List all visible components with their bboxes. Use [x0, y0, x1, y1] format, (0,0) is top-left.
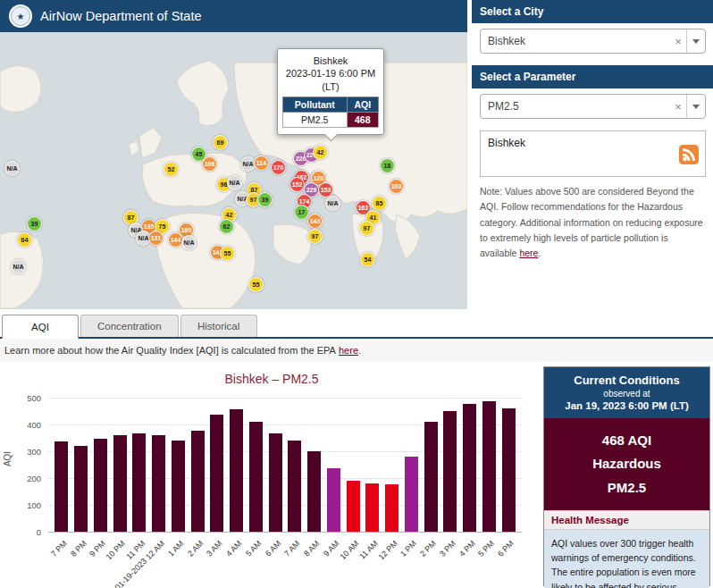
aqi-marker[interactable]: 103 — [389, 179, 404, 194]
aqi-marker[interactable]: N/A — [181, 235, 197, 250]
learn-more-text: Learn more about how the Air Quality Ind… — [4, 345, 336, 356]
tab-concentration[interactable]: Concentration — [80, 315, 179, 337]
aqi-marker[interactable]: 97 — [359, 221, 374, 236]
chart-bar[interactable] — [482, 401, 496, 533]
clear-city-icon[interactable]: × — [670, 35, 686, 48]
aqi-marker[interactable]: N/A — [227, 175, 242, 190]
aqi-marker[interactable]: 39 — [257, 192, 273, 207]
x-tick-label: 8 PM — [69, 539, 88, 559]
chart-bar[interactable] — [210, 415, 223, 533]
y-tick-label: 400 — [14, 420, 41, 430]
y-tick-label: 500 — [14, 393, 41, 403]
epa-here-link[interactable]: here — [339, 345, 358, 356]
aqi-marker[interactable]: 69 — [213, 135, 228, 150]
chart-bar[interactable] — [288, 441, 301, 533]
chart-bar[interactable] — [443, 411, 457, 533]
chart-bar[interactable] — [55, 441, 68, 533]
aqi-marker[interactable]: 143 — [307, 214, 323, 229]
chart-bar[interactable] — [132, 433, 146, 533]
chart-bar[interactable] — [405, 457, 418, 533]
clear-parameter-icon[interactable]: × — [670, 100, 686, 113]
x-labels: 7 PM8 PM9 PM10 PM11 PM01-19-2023 12 AM1 … — [48, 534, 522, 584]
popup-col-pollutant: Pollutant — [283, 97, 348, 112]
beyond-aqi-note: Note: Values above 500 are considered Be… — [480, 184, 706, 262]
chart-bar[interactable] — [172, 441, 185, 533]
note-text: Note: Values above 500 are considered Be… — [480, 186, 703, 258]
popup-col-aqi: AQI — [347, 97, 378, 112]
city-select-value: Bishkek — [481, 35, 670, 47]
chart-bar[interactable] — [347, 481, 360, 533]
aqi-summary-box: 468 AQI Hazardous PM2.5 — [544, 418, 709, 510]
chart-bar[interactable] — [502, 408, 516, 533]
tab-historical[interactable]: Historical — [180, 315, 257, 337]
aqi-marker[interactable]: 18 — [380, 158, 395, 173]
chart-bar[interactable] — [307, 451, 321, 533]
aqi-marker[interactable]: 114 — [254, 155, 269, 171]
x-tick-label: 4 PM — [457, 539, 477, 559]
city-select[interactable]: Bishkek × — [480, 29, 706, 54]
parameter-dropdown-arrow-icon[interactable] — [686, 95, 705, 118]
chart-title: Bishkek – PM2.5 — [7, 365, 536, 386]
chart-bar[interactable] — [424, 422, 438, 533]
y-axis-labels: 0100200300400500 — [13, 399, 45, 533]
chart-bar[interactable] — [230, 409, 243, 533]
chart-bar[interactable] — [152, 435, 165, 533]
chart-bar[interactable] — [463, 404, 476, 533]
feed-box: Bishkek — [480, 130, 706, 177]
x-axis-line — [48, 532, 522, 533]
y-tick-label: 100 — [14, 500, 41, 510]
x-tick-label: 1 AM — [166, 539, 186, 559]
x-tick-label: 3 AM — [205, 539, 224, 559]
aqi-marker[interactable]: N/A — [11, 259, 26, 274]
aqi-marker[interactable]: 55 — [248, 277, 264, 292]
aqi-marker[interactable]: 62 — [219, 219, 234, 234]
chart-bar[interactable] — [94, 439, 107, 533]
tab-aqi[interactable]: AQI — [2, 315, 79, 339]
aqi-category: Hazardous — [548, 452, 706, 475]
aqi-marker[interactable]: 64 — [17, 232, 32, 248]
chart-bar[interactable] — [74, 446, 88, 533]
current-conditions-panel: Current Conditions observed at Jan 19, 2… — [543, 366, 710, 586]
airnow-page: ★ AirNow Department of State — [0, 0, 713, 588]
popup-pollutant-value: PM2.5 — [283, 112, 348, 127]
aqi-marker[interactable]: 106 — [202, 156, 217, 172]
aqi-marker[interactable]: 17 — [294, 205, 309, 220]
city-dropdown-arrow-icon[interactable] — [686, 29, 705, 53]
aqi-marker[interactable]: N/A — [325, 196, 340, 211]
x-tick-label: 6 PM — [496, 539, 516, 559]
health-message-header: Health Message — [544, 510, 709, 530]
chart-bar[interactable] — [191, 431, 205, 533]
aqi-marker[interactable]: 42 — [313, 145, 328, 160]
aqi-marker[interactable]: 152 — [289, 177, 305, 192]
chart-bar[interactable] — [249, 422, 263, 533]
aqi-marker[interactable]: 55 — [220, 246, 235, 261]
parameter-select[interactable]: PM2.5 × — [480, 94, 706, 119]
aqi-marker[interactable]: 97 — [307, 229, 323, 244]
observed-at-label: observed at — [548, 389, 706, 399]
popup-lt: (LT) — [282, 80, 379, 93]
note-here-link[interactable]: here — [519, 248, 538, 258]
observed-datetime: Jan 19, 2023 6:00 PM (LT) — [548, 400, 706, 411]
current-conditions-header: Current Conditions observed at Jan 19, 2… — [544, 367, 709, 418]
aqi-marker[interactable]: 131 — [148, 231, 164, 246]
x-tick-label: 4 AM — [224, 539, 244, 559]
aqi-marker[interactable]: 54 — [360, 252, 375, 267]
chart-bar[interactable] — [327, 468, 340, 533]
aqi-marker[interactable]: 52 — [164, 162, 179, 177]
select-parameter-header: Select a Parameter — [472, 65, 713, 88]
y-tick-label: 0 — [14, 527, 41, 537]
rss-feed-icon[interactable] — [679, 145, 699, 164]
aqi-marker[interactable]: 170 — [271, 160, 286, 175]
popup-aqi-value: 468 — [347, 112, 378, 127]
chart-bar[interactable] — [365, 483, 379, 533]
chart-bar[interactable] — [113, 435, 127, 533]
x-tick-label: 7 PM — [49, 539, 69, 559]
aqi-marker[interactable]: 85 — [372, 196, 387, 211]
aqi-marker[interactable]: N/A — [4, 161, 20, 176]
aqi-map[interactable]: N/A3964N/A524510669N/A114170226220421810… — [0, 32, 467, 309]
chart-bar[interactable] — [385, 484, 398, 533]
popup-table: Pollutant AQI PM2.5 468 — [282, 97, 379, 128]
chart-bar[interactable] — [269, 433, 282, 533]
us-state-seal-icon: ★ — [9, 4, 32, 28]
aqi-marker[interactable]: 39 — [27, 216, 42, 231]
